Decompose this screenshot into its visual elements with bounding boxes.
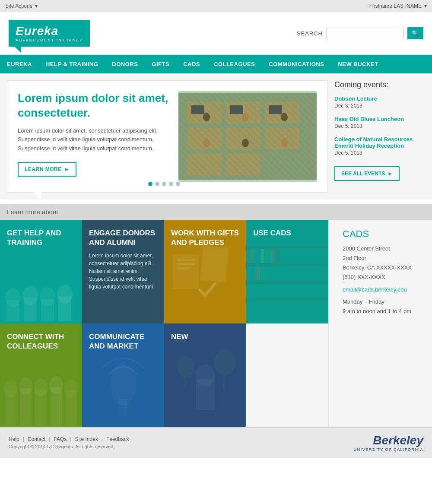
svg-point-16	[203, 139, 210, 147]
cads-address-line2: 2nd Floor	[343, 255, 366, 261]
svg-rect-7	[265, 128, 299, 149]
cads-hours: Monday – Friday 9 am to noon and 1 to 4 …	[343, 297, 432, 316]
tile-gifts[interactable]: WORK WITH GIFTS AND PLEDGES	[164, 220, 246, 323]
svg-rect-1	[178, 93, 317, 180]
cads-info-wrapper: CADS 2000 Center Street 2nd Floor Berkel…	[328, 220, 432, 427]
svg-rect-11	[230, 105, 243, 114]
search-area: SEARCH 🔍	[297, 27, 423, 39]
svg-rect-0	[178, 93, 317, 180]
nav-item-communications[interactable]: COMMUNICATIONS	[262, 55, 331, 73]
user-menu[interactable]: Firstname LASTNAME ▾	[369, 3, 427, 9]
sep-2: |	[49, 436, 50, 442]
search-button[interactable]: 🔍	[407, 27, 423, 39]
learn-more-section: Learn more about:	[0, 204, 432, 220]
event-name-2[interactable]: Haas Old Blues Luncheon	[334, 116, 425, 122]
event-name-3[interactable]: College of Natural Resources Emeriti Hol…	[334, 136, 425, 149]
tile-donors-title: ENGAGE DONORS AND ALUMNI	[89, 228, 157, 247]
see-all-events-button[interactable]: SEE ALL EVENTS ►	[334, 166, 400, 181]
event-item-3: College of Natural Resources Emeriti Hol…	[334, 136, 425, 156]
nav-item-new-bucket[interactable]: NEW BUCKET	[331, 55, 385, 73]
cads-hours-line2: 9 am to noon and 1 to 4 pm	[343, 308, 411, 314]
footer-link-site-index[interactable]: Site Index	[75, 436, 98, 442]
svg-point-13	[203, 113, 210, 121]
main-content: Lorem ipsum dolor sit amet, consectetuer…	[0, 73, 432, 200]
coming-events-title: Coming events:	[334, 80, 425, 89]
site-actions-arrow: ▾	[35, 3, 38, 9]
sep-3: |	[70, 436, 71, 442]
svg-rect-2	[187, 102, 222, 124]
nav-item-help[interactable]: HELP & TRAINING	[39, 55, 105, 73]
svg-point-17	[242, 139, 249, 147]
event-date-2: Dec 5, 2013	[334, 123, 425, 129]
dot-5[interactable]	[176, 182, 180, 186]
footer: Help | Contact | FAQs | Site Index | Fee…	[0, 427, 432, 458]
dot-4[interactable]	[169, 182, 173, 186]
hero-image	[178, 91, 317, 182]
nav-item-eureka[interactable]: EUREKA	[0, 55, 39, 73]
tile-cads-content: USE CADS	[246, 220, 328, 323]
hero-text: Lorem ipsum dolor sit amet, consectetuer…	[18, 91, 170, 182]
tile-empty	[246, 323, 328, 427]
hero-slider: Lorem ipsum dolor sit amet, consectetuer…	[7, 80, 327, 193]
svg-rect-5	[187, 128, 222, 149]
nav-item-gifts[interactable]: GIFTS	[145, 55, 176, 73]
tile-new[interactable]: NEW	[164, 323, 246, 427]
cads-address-line3: Berkeley, CA XXXXX-XXXX	[343, 264, 412, 271]
learn-more-button[interactable]: LEARN MORE ►	[18, 162, 76, 177]
cads-info-title: CADS	[343, 228, 432, 240]
tiles-grid: GET HELP AND TRAINING ENGAGE DONORS AND …	[0, 220, 328, 427]
slider-dots	[148, 182, 180, 186]
svg-rect-10	[191, 105, 204, 114]
nav-item-colleagues[interactable]: COLLEAGUES	[207, 55, 262, 73]
tile-gifts-content: WORK WITH GIFTS AND PLEDGES	[164, 220, 246, 323]
berkeley-logo: Berkeley	[354, 434, 423, 447]
footer-links: Help | Contact | FAQs | Site Index | Fee…	[9, 436, 129, 442]
tile-colleagues[interactable]: CONNECT WITH COLLEAGUES	[0, 323, 82, 427]
svg-point-18	[281, 139, 288, 147]
footer-link-help[interactable]: Help	[9, 436, 19, 442]
nav-item-cads[interactable]: CADS	[176, 55, 207, 73]
logo[interactable]: Eureka ADVANCEMENT INTRANET	[9, 20, 90, 47]
tile-communicate-title: COMMUNICATE AND MARKET	[89, 332, 157, 351]
event-name-1[interactable]: Dobson Lecture	[334, 95, 425, 102]
event-date-1: Dec 3, 2013	[334, 103, 425, 109]
tile-donors[interactable]: ENGAGE DONORS AND ALUMNI Lorem ipsum dol…	[82, 220, 164, 323]
sep-1: |	[23, 436, 24, 442]
dot-3[interactable]	[162, 182, 166, 186]
cads-hours-line1: Monday – Friday	[343, 298, 384, 305]
event-item-2: Haas Old Blues Luncheon Dec 5, 2013	[334, 116, 425, 129]
footer-link-feedback[interactable]: Feedback	[106, 436, 129, 442]
tiles-wrapper: GET HELP AND TRAINING ENGAGE DONORS AND …	[0, 220, 328, 427]
tile-donors-content: ENGAGE DONORS AND ALUMNI Lorem ipsum dol…	[82, 220, 164, 323]
svg-rect-9	[226, 154, 260, 175]
nav-item-donors[interactable]: DONORS	[105, 55, 145, 73]
user-name: Firstname LASTNAME	[369, 3, 422, 9]
tile-gifts-title: WORK WITH GIFTS AND PLEDGES	[171, 228, 239, 247]
user-dropdown-arrow: ▾	[424, 3, 427, 9]
header: Eureka ADVANCEMENT INTRANET SEARCH 🔍	[0, 12, 432, 55]
tile-help[interactable]: GET HELP AND TRAINING	[0, 220, 82, 323]
tile-cads-top[interactable]: USE CADS	[246, 220, 328, 323]
sep-4: |	[102, 436, 103, 442]
tile-new-content: NEW	[164, 323, 246, 427]
tile-communicate[interactable]: COMMUNICATE AND MARKET	[82, 323, 164, 427]
learn-more-heading: Learn more about:	[7, 208, 60, 216]
dot-2[interactable]	[155, 182, 159, 186]
site-actions[interactable]: Site Actions ▾	[5, 3, 38, 9]
main-nav: EUREKA HELP & TRAINING DONORS GIFTS CADS…	[0, 55, 432, 73]
site-actions-label: Site Actions	[5, 3, 32, 9]
berkeley-subtitle: UNIVERSITY OF CALIFORNIA	[354, 447, 423, 452]
hero-image-svg	[178, 93, 317, 180]
footer-link-contact[interactable]: Contact	[28, 436, 45, 442]
cads-info: CADS 2000 Center Street 2nd Floor Berkel…	[336, 228, 432, 317]
footer-copyright: Copyright © 2014 UC Regents. All rights …	[9, 444, 129, 449]
search-input[interactable]	[326, 28, 404, 39]
svg-rect-3	[226, 102, 260, 124]
cads-email-link[interactable]: email@cads.berkeley.edu	[343, 286, 432, 293]
sidebar: Coming events: Dobson Lecture Dec 3, 201…	[334, 80, 425, 193]
logo-subtitle: ADVANCEMENT INTRANET	[16, 38, 83, 42]
hero-image-placeholder	[178, 93, 317, 180]
footer-link-faqs[interactable]: FAQs	[54, 436, 67, 442]
svg-rect-4	[265, 102, 299, 124]
dot-1[interactable]	[148, 182, 152, 186]
